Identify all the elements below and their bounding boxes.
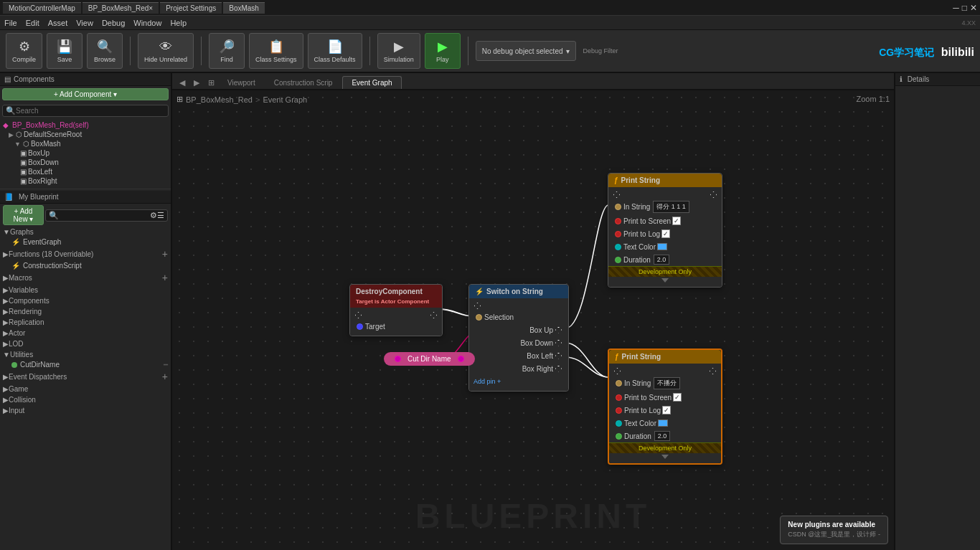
menu-debug[interactable]: Debug bbox=[102, 19, 125, 27]
event-dispatchers-section[interactable]: ▶ Event Dispatchers + bbox=[0, 369, 171, 384]
collision-section[interactable]: ▶ Collision bbox=[0, 394, 171, 405]
variables-section[interactable]: ▶ Variables bbox=[0, 285, 171, 295]
destroy-exec-out-pin[interactable] bbox=[430, 312, 437, 318]
print2-duration-value[interactable]: 2.0 bbox=[654, 431, 671, 441]
print2-printscreen-check[interactable]: ✓ bbox=[673, 393, 682, 402]
add-dispatcher-btn[interactable]: + bbox=[162, 371, 168, 382]
actor-section[interactable]: ▶ Actor bbox=[0, 328, 171, 338]
print1-color-swatch[interactable] bbox=[657, 243, 667, 250]
print1-printscreen-pin[interactable] bbox=[615, 218, 621, 224]
add-function-btn[interactable]: + bbox=[162, 248, 168, 260]
add-component-button[interactable]: + Add Component ▾ bbox=[2, 88, 169, 100]
print2-instring-value[interactable]: 不播分 bbox=[654, 377, 680, 389]
tree-item-boxdown[interactable]: ▣ BoxDown bbox=[0, 158, 171, 167]
tab-construction[interactable]: Construction Scrip bbox=[265, 77, 341, 89]
debug-filter-dropdown[interactable]: No debug object selected ▾ bbox=[476, 41, 576, 61]
switch-exec-in[interactable] bbox=[474, 303, 481, 309]
nav-grid-btn[interactable]: ⊞ bbox=[204, 77, 219, 89]
switch-selection-pin[interactable] bbox=[476, 314, 482, 321]
print-string-1-node[interactable]: ƒ Print String In String 得分 1 1 1 bbox=[608, 173, 722, 288]
cut-dir-name-node[interactable]: Cut Dir Name bbox=[384, 352, 475, 366]
print1-printscreen-check[interactable]: ✓ bbox=[672, 217, 681, 225]
destroy-component-node[interactable]: DestroyComponent Target is Actor Compone… bbox=[349, 284, 443, 336]
game-section[interactable]: ▶ Game bbox=[0, 384, 171, 394]
minimize-icon[interactable]: ─ bbox=[953, 3, 959, 13]
view-icon[interactable]: ☰ bbox=[157, 211, 164, 220]
print2-instring-pin[interactable] bbox=[616, 380, 622, 387]
print1-exec-in[interactable] bbox=[613, 191, 620, 198]
print1-exec-out[interactable] bbox=[710, 191, 717, 198]
print1-duration-value[interactable]: 2.0 bbox=[654, 255, 670, 265]
title-tab-project[interactable]: Project Settings bbox=[160, 2, 222, 14]
print2-exec-in[interactable] bbox=[614, 368, 621, 374]
switch-on-string-node[interactable]: ⚡ Switch on String Selection Box Up bbox=[468, 284, 569, 392]
destroy-target-pin[interactable] bbox=[357, 323, 363, 330]
switch-boxup-pin[interactable] bbox=[555, 327, 562, 333]
tree-item-boxup[interactable]: ▣ BoxUp bbox=[0, 148, 171, 158]
compile-button[interactable]: ⚙ Compile bbox=[6, 33, 42, 69]
print2-printlog-check[interactable]: ✓ bbox=[662, 406, 671, 414]
switch-addpin-row[interactable]: Add pin + bbox=[469, 375, 568, 388]
menu-asset[interactable]: Asset bbox=[48, 19, 68, 27]
nav-forward-btn[interactable]: ▶ bbox=[189, 77, 204, 89]
print1-textcolor-pin[interactable] bbox=[615, 244, 621, 250]
add-macro-btn[interactable]: + bbox=[162, 272, 168, 283]
components-section[interactable]: ▶ Components bbox=[0, 295, 171, 306]
browse-button[interactable]: 🔍 Browse bbox=[87, 33, 123, 69]
tree-item-boxright[interactable]: ▣ BoxRight bbox=[0, 176, 171, 186]
input-section[interactable]: ▶ Input bbox=[0, 405, 171, 416]
title-tab-boxmash[interactable]: BoxMash bbox=[223, 2, 265, 14]
nav-back-btn[interactable]: ◀ bbox=[175, 77, 189, 89]
menu-window[interactable]: Window bbox=[133, 19, 161, 27]
menu-file[interactable]: File bbox=[4, 19, 17, 27]
title-tab-boxmesh[interactable]: BP_BoxMesh_Red× bbox=[83, 2, 159, 14]
menu-view[interactable]: View bbox=[76, 19, 93, 27]
class-settings-button[interactable]: 📋 Class Settings bbox=[249, 33, 303, 69]
tab-event-graph[interactable]: Event Graph bbox=[342, 76, 401, 89]
title-tab-motion[interactable]: MotionControllerMap bbox=[3, 2, 81, 14]
print2-exec-out[interactable] bbox=[710, 368, 716, 374]
menu-edit[interactable]: Edit bbox=[26, 19, 39, 27]
menu-help[interactable]: Help bbox=[170, 19, 187, 27]
cutdirname-in-pin[interactable] bbox=[458, 356, 464, 362]
save-button[interactable]: 💾 Save bbox=[47, 33, 83, 69]
print1-duration-pin[interactable] bbox=[615, 257, 621, 263]
my-blueprint-search-input[interactable] bbox=[59, 212, 150, 219]
switch-boxright-pin[interactable] bbox=[555, 366, 562, 372]
simulation-button[interactable]: ▶ Simulation bbox=[377, 33, 420, 69]
print2-printlog-pin[interactable] bbox=[616, 407, 622, 414]
add-new-button[interactable]: + Add New ▾ bbox=[3, 205, 44, 225]
print1-printlog-check[interactable]: ✓ bbox=[661, 229, 670, 238]
construction-script-item[interactable]: ⚡ ConstructionScript bbox=[0, 261, 171, 270]
print1-instring-value[interactable]: 得分 1 1 1 bbox=[653, 201, 689, 213]
close-icon[interactable]: ✕ bbox=[970, 3, 977, 13]
print2-printscreen-pin[interactable] bbox=[616, 394, 622, 401]
filter-icon[interactable]: ⚙ bbox=[150, 211, 157, 220]
breadcrumb-root[interactable]: BP_BoxMesh_Red bbox=[186, 95, 253, 104]
cutdirname-out-pin[interactable] bbox=[395, 356, 401, 362]
rendering-section[interactable]: ▶ Rendering bbox=[0, 306, 171, 317]
utilities-section[interactable]: ▼ Utilities bbox=[0, 349, 171, 360]
components-search-input[interactable] bbox=[16, 107, 165, 115]
lod-section[interactable]: ▶ LOD bbox=[0, 338, 171, 349]
print2-textcolor-pin[interactable] bbox=[616, 420, 622, 427]
graphs-section[interactable]: ▼ Graphs bbox=[0, 227, 171, 237]
print-string-2-node[interactable]: ƒ Print String In String 不播分 bbox=[608, 349, 722, 465]
event-graph-item[interactable]: ⚡ EventGraph bbox=[0, 237, 171, 247]
play-button[interactable]: ▶ Play bbox=[425, 33, 461, 69]
tree-item-boxleft[interactable]: ▣ BoxLeft bbox=[0, 167, 171, 176]
switch-boxleft-pin[interactable] bbox=[555, 353, 562, 359]
functions-section[interactable]: ▶ Functions (18 Overridable) + bbox=[0, 247, 171, 261]
cutdirname-item[interactable]: CutDirName ━ bbox=[0, 360, 171, 369]
tree-item-selfref[interactable]: ◆ BP_BoxMesh_Red(self) bbox=[0, 120, 171, 130]
class-defaults-button[interactable]: 📄 Class Defaults bbox=[308, 33, 362, 69]
tree-item-defaultsceneroot[interactable]: ▶ ⬡ DefaultSceneRoot bbox=[0, 130, 171, 139]
breadcrumb-current[interactable]: Event Graph bbox=[263, 95, 307, 104]
tab-viewport[interactable]: Viewport bbox=[219, 77, 264, 89]
print2-color-swatch[interactable] bbox=[658, 419, 668, 427]
print1-printlog-pin[interactable] bbox=[615, 231, 621, 237]
macros-section[interactable]: ▶ Macros + bbox=[0, 270, 171, 285]
blueprint-canvas[interactable]: ⊞ BP_BoxMesh_Red > Event Graph Zoom 1:1 bbox=[172, 90, 894, 550]
replication-section[interactable]: ▶ Replication bbox=[0, 317, 171, 328]
find-button[interactable]: 🔎 Find bbox=[209, 33, 245, 69]
